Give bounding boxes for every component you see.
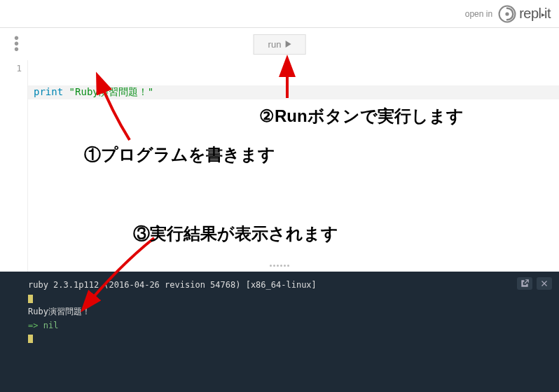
console-clear-icon[interactable] bbox=[537, 277, 552, 290]
open-in-label: open in bbox=[465, 9, 492, 19]
console-cursor-line bbox=[28, 292, 545, 305]
cursor-icon bbox=[28, 295, 33, 303]
console-export-icon[interactable] bbox=[517, 277, 532, 290]
top-bar: open in repl▸it bbox=[0, 0, 559, 28]
line-number: 1 bbox=[0, 63, 22, 74]
annotation-1: ①プログラムを書きます bbox=[84, 144, 275, 166]
play-icon bbox=[285, 41, 291, 48]
replit-swirl-icon bbox=[498, 5, 516, 23]
annotation-2: ②Runボタンで実行します bbox=[259, 105, 464, 127]
line-gutter: 1 bbox=[0, 60, 28, 272]
console-return-line: => nil bbox=[28, 319, 545, 332]
annotation-3: ③実行結果が表示されます bbox=[133, 223, 338, 245]
run-button[interactable]: run bbox=[254, 34, 306, 55]
console-version-line: ruby 2.3.1p112 (2016-04-26 revision 5476… bbox=[28, 279, 545, 292]
replit-logo[interactable]: repl▸it bbox=[498, 5, 551, 23]
run-button-label: run bbox=[268, 39, 282, 50]
pane-drag-handle[interactable] bbox=[265, 265, 294, 269]
svg-point-1 bbox=[506, 12, 509, 15]
console-pane[interactable]: ruby 2.3.1p112 (2016-04-26 revision 5476… bbox=[0, 272, 559, 392]
console-prompt-line bbox=[28, 332, 545, 346]
console-output-line: Ruby演習問題！ bbox=[28, 305, 545, 318]
toolbar: ••• run bbox=[0, 28, 559, 60]
menu-dots-icon[interactable]: ••• bbox=[10, 31, 23, 57]
cursor-icon bbox=[28, 335, 33, 343]
code-line: print "Ruby演習問題！" bbox=[28, 85, 559, 99]
brand-text: repl▸it bbox=[519, 6, 551, 22]
console-action-icons bbox=[517, 277, 552, 290]
